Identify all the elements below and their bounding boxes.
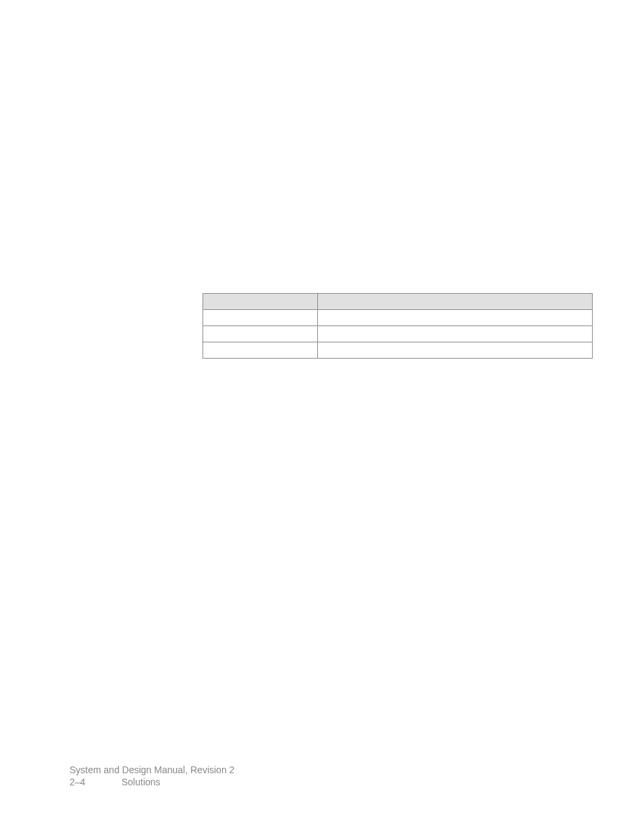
table-cell — [317, 326, 592, 342]
table-cell — [203, 326, 318, 342]
empty-table — [203, 293, 593, 359]
table-header-row — [203, 294, 593, 310]
footer-section-name: Solutions — [122, 776, 161, 788]
table-cell — [203, 342, 318, 359]
table-header-cell — [317, 294, 592, 310]
table-header-cell — [203, 294, 318, 310]
table-row — [203, 310, 593, 326]
table-row — [203, 342, 593, 359]
table-cell — [317, 342, 592, 359]
footer-page-number: 2–4 — [70, 776, 122, 788]
table-row — [203, 326, 593, 342]
table-cell — [203, 310, 318, 326]
page-footer: System and Design Manual, Revision 2 2–4… — [70, 764, 234, 788]
table-cell — [317, 310, 592, 326]
footer-manual-title: System and Design Manual, Revision 2 — [70, 764, 234, 776]
